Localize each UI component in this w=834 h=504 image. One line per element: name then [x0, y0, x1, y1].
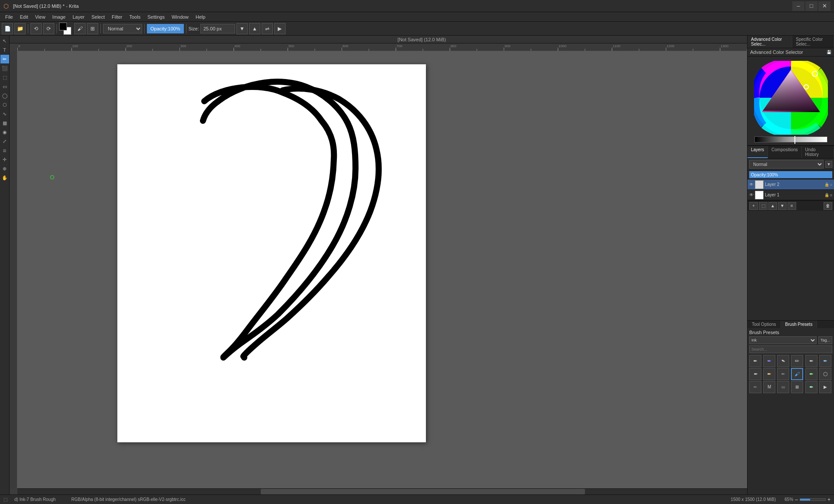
menu-select[interactable]: Select	[88, 12, 108, 22]
brush-preset-7[interactable]: ✒	[749, 368, 761, 380]
mirror-h-btn[interactable]: ⇌	[262, 23, 273, 34]
undo-button[interactable]: ⟲	[30, 23, 42, 34]
brush-preset-11[interactable]: ✒	[805, 368, 817, 380]
h-scroll-thumb[interactable]	[261, 489, 585, 494]
layer-2-lock-icon[interactable]: 🔒	[824, 182, 829, 187]
brush-preset-9[interactable]: ✒	[777, 368, 789, 380]
play-btn[interactable]: ▶	[274, 23, 286, 34]
text-tool[interactable]: T	[0, 46, 9, 54]
brush-preset-2[interactable]: ✒	[763, 355, 775, 367]
layers-blend-select[interactable]: Normal Multiply	[749, 160, 824, 169]
size-up-btn[interactable]: ▲	[249, 23, 260, 34]
ellipse-tool[interactable]: ◯	[0, 91, 9, 100]
add-layer-btn[interactable]: +	[749, 202, 758, 210]
brush-preset-8[interactable]: ✒	[763, 368, 775, 380]
brush-preset-17[interactable]: ✒	[805, 381, 817, 393]
tool-options-tab[interactable]: Tool Options	[748, 321, 781, 328]
menu-file[interactable]: File	[2, 12, 17, 22]
brush-presets-tab[interactable]: Brush Presets	[781, 321, 817, 328]
maximize-button[interactable]: □	[805, 1, 817, 11]
rectangle-tool[interactable]: ▭	[0, 82, 9, 91]
zoom-in-button[interactable]: +	[827, 497, 831, 503]
polygon-tool[interactable]: ⬡	[0, 100, 9, 109]
brush-preset-4[interactable]: ✏	[791, 355, 803, 367]
freehand-brush-tool[interactable]: ✏	[0, 55, 9, 63]
layers-opacity-bar[interactable]: Opacity: 100%	[749, 171, 832, 178]
move-tool[interactable]: ✛	[0, 155, 9, 164]
zoom-tool[interactable]: ⊕	[0, 164, 9, 173]
menu-help[interactable]: Help	[192, 12, 209, 22]
crop-tool[interactable]: ⧈	[0, 146, 9, 155]
layer-2-visibility-icon[interactable]: 👁	[749, 182, 754, 187]
move-down-btn[interactable]: ▼	[778, 202, 787, 210]
brush-preset-15[interactable]: ∞	[777, 381, 789, 393]
add-group-btn[interactable]: ⬚	[759, 202, 768, 210]
brush-preset-14[interactable]: M	[763, 381, 775, 393]
minimize-button[interactable]: –	[792, 1, 804, 11]
menu-settings[interactable]: Settings	[144, 12, 168, 22]
gradient-tool[interactable]: ▦	[0, 119, 9, 127]
layer-2-alpha-icon[interactable]: α	[830, 182, 832, 187]
brush-icon-btn[interactable]: 🖌	[74, 23, 86, 34]
colorpicker-tool[interactable]: ◉	[0, 128, 9, 136]
tab-advanced-color[interactable]: Advanced Color Selec...	[748, 36, 792, 48]
brush-preset-10[interactable]: 🖌	[791, 368, 803, 380]
panel-collapse-btn[interactable]: 💾	[827, 50, 831, 54]
menu-image[interactable]: Image	[49, 12, 69, 22]
zoom-slider[interactable]	[800, 498, 826, 501]
move-up-btn[interactable]: ▲	[768, 202, 777, 210]
brush-preset-6[interactable]: ✒	[819, 355, 831, 367]
layer-1-alpha-icon[interactable]: α	[830, 193, 832, 197]
redo-button[interactable]: ⟳	[43, 23, 54, 34]
color-gradient-bar[interactable]	[754, 136, 827, 143]
bezier-tool[interactable]: ∿	[0, 109, 9, 118]
brush-preset-1[interactable]: ✒	[749, 355, 761, 367]
menu-edit[interactable]: Edit	[17, 12, 32, 22]
menu-filter[interactable]: Filter	[108, 12, 126, 22]
undo-history-tab[interactable]: Undo History	[802, 146, 834, 158]
toolbar-sep-5	[186, 24, 186, 33]
open-button[interactable]: 📁	[14, 23, 26, 34]
fill-tool[interactable]: ⬛	[0, 64, 9, 73]
drawing-canvas[interactable]	[117, 64, 426, 442]
size-input[interactable]	[200, 24, 235, 33]
compositions-tab[interactable]: Compositions	[768, 146, 802, 158]
brush-preset-16[interactable]: ⊠	[791, 381, 803, 393]
layers-expand-btn[interactable]: ▼	[825, 161, 832, 168]
pointer-tool[interactable]: ↖	[0, 36, 9, 45]
color-wheel[interactable]	[754, 61, 828, 135]
titlebar-controls[interactable]: – □ ✕	[792, 1, 831, 11]
blend-mode-select[interactable]: Normal Multiply Screen	[103, 24, 142, 33]
brush-preset-3[interactable]: ✒	[777, 355, 789, 367]
layer-1-lock-icon[interactable]: 🔒	[824, 193, 829, 197]
menu-window[interactable]: Window	[168, 12, 192, 22]
menu-layer[interactable]: Layer	[69, 12, 88, 22]
selection-tool[interactable]: ⬚	[0, 73, 9, 82]
brush-category-select[interactable]: Ink Basic Bristle	[749, 336, 817, 344]
transform-tool[interactable]: ⤢	[0, 137, 9, 146]
brush-search-input[interactable]	[749, 345, 832, 353]
close-button[interactable]: ✕	[818, 1, 831, 11]
menu-tools[interactable]: Tools	[126, 12, 144, 22]
zoom-out-button[interactable]: –	[795, 497, 798, 503]
flatten-btn[interactable]: ≡	[787, 202, 796, 210]
layer-item-2[interactable]: 👁 Layer 2 🔒 α	[748, 179, 834, 190]
delete-layer-btn[interactable]: 🗑	[824, 202, 832, 210]
layers-tab[interactable]: Layers	[748, 146, 768, 158]
canvas-area[interactable]	[17, 51, 828, 488]
brush-preset-18[interactable]: ▶	[819, 381, 831, 393]
pan-tool[interactable]: ✋	[0, 173, 9, 182]
layer-item-1[interactable]: 👁 Layer 1 🔒 α	[748, 190, 834, 200]
brush-preset-12[interactable]: ⬡	[819, 368, 831, 380]
tab-specific-color[interactable]: Specific Color Selec...	[792, 36, 834, 48]
foreground-color-box[interactable]	[59, 23, 67, 30]
brush-preset-13[interactable]: ✒	[749, 381, 761, 393]
brush-preset-5[interactable]: ✒	[805, 355, 817, 367]
menu-view[interactable]: View	[32, 12, 49, 22]
size-down-btn[interactable]: ▼	[236, 23, 248, 34]
tag-button[interactable]: Tag...	[818, 336, 832, 344]
brush-pattern-btn[interactable]: ⊞	[87, 23, 98, 34]
horizontal-scrollbar[interactable]	[17, 488, 828, 494]
new-button[interactable]: 📄	[2, 23, 13, 34]
layer-1-visibility-icon[interactable]: 👁	[749, 192, 754, 197]
